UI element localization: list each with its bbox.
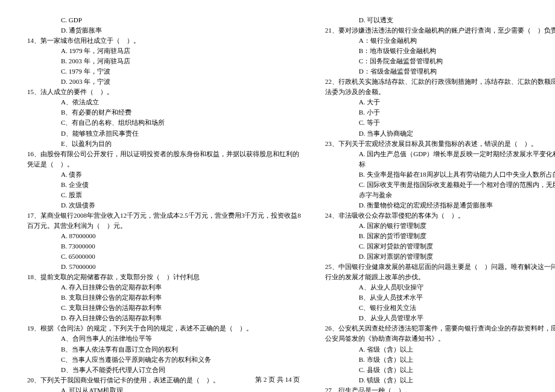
question-25: 25、中国银行业健康发展的基础层面的问题主要是（ ）问题。唯有解决这一问题，我国… <box>325 262 555 272</box>
option-text: B、当事人依法享有自愿订立合同的权利 <box>61 344 301 355</box>
option-text: A. 省级（含）以上 <box>359 344 555 355</box>
question-24: 24、非法吸收公众存款罪侵犯的客体为（ ）。 <box>325 210 555 221</box>
page-footer: 第 2 页 共 14 页 <box>0 375 555 385</box>
option-text: C. 等于 <box>359 118 555 128</box>
option-text: C. 股票 <box>61 190 301 200</box>
question-21: 21、要对涉嫌违法违法的银行业金融机构的账户进行查询，至少需要（ ）负责人的批准… <box>325 25 555 36</box>
option-text: A：银行业金融机构 <box>359 36 555 46</box>
question-22-cont: 法委为涉及的金额。 <box>325 87 555 97</box>
option-text: D. 当事人协商确定 <box>359 128 555 139</box>
option-text: C. 65000000 <box>61 251 301 262</box>
option-text: A. 国家的银行管理制度 <box>359 221 555 231</box>
option-text: B. 73000000 <box>61 241 301 251</box>
option-text: D. 2003 年，宁波 <box>61 77 301 87</box>
option-text: C. 县级（含）以上 <box>359 365 555 375</box>
option-text: D：省级金融监督管理机构 <box>359 66 555 77</box>
option-text: C：国务院金融监督管理机构 <box>359 56 555 66</box>
option-text: B、从业人员技术水平 <box>359 292 555 303</box>
option-text: A. 存入日挂牌公告的定期存款利率 <box>61 282 301 292</box>
option-text: B. 小于 <box>359 107 555 118</box>
option-text: C、当事人应当遵循公平原则确定各方的权利和义务 <box>61 355 301 365</box>
question-23: 23、下列关于宏观经济发展目标及其衡量指标的表述，错误的是（ ）。 <box>325 139 555 149</box>
question-26-cont: 公安局签发的《协助查询存款通知书》。 <box>325 334 555 344</box>
option-text: D. 存入日挂牌公告的活期存款利率 <box>61 313 301 323</box>
option-text: C. 1979 年，宁波 <box>61 66 301 77</box>
option-text: B. 支取日挂牌公告的定期存款利率 <box>61 292 301 303</box>
question-14: 14、第一家城市信用社成立于（ ）。 <box>27 36 301 46</box>
option-text: B：地市级银行业金融机构 <box>359 46 555 56</box>
option-text: E、以盈利为目的 <box>61 139 301 149</box>
option-text: A、依法成立 <box>61 97 301 107</box>
question-19: 19、根据《合同法》的规定，下列关于合同的规定，表述不正确的是（ ）。 <box>27 323 301 334</box>
question-25-cont: 行业的发展才能跟上改革的步伐。 <box>325 272 555 282</box>
right-column: D. 可以透支 21、要对涉嫌违法违法的银行业金融机构的账户进行查询，至少需要（… <box>325 15 555 392</box>
option-text: A、从业人员职业操守 <box>359 282 555 292</box>
option-text: B. 国家的货币管理制度 <box>359 231 555 241</box>
question-27: 27、衍生产品是一种（ ）。 <box>325 385 555 392</box>
option-text: C. 国际收支平衡是指国际收支差额处于一个相对合理的范围内，无巨额国际收支赤字与… <box>359 180 555 200</box>
option-text: D. 57000000 <box>61 262 301 272</box>
option-text: C. GDP <box>61 15 301 25</box>
option-text: B. 市级（含）以上 <box>359 355 555 365</box>
option-text: A. 国内生产总值（GDP）增长率是反映一定时期经济发展水平变化程度的动态指标 <box>359 149 555 169</box>
option-text: D. 通货膨胀率 <box>61 25 301 36</box>
option-text: A、合同当事人的法律地位平等 <box>61 334 301 344</box>
option-text: D. 国家对票据的管理制度 <box>359 251 555 262</box>
question-18: 18、提前支取的定期储蓄存款，支取部分按（ ）计付利息 <box>27 272 301 282</box>
option-text: D、从业人员管理水平 <box>359 313 555 323</box>
question-15: 15、法人成立的要件（ ）。 <box>27 87 301 97</box>
option-text: B、有必要的财产和经费 <box>61 107 301 118</box>
option-text: A. 87000000 <box>61 231 301 241</box>
option-text: C. 支取日挂牌公告的活期存款利率 <box>61 303 301 313</box>
option-text: A. 债券 <box>61 169 301 180</box>
option-text: B. 企业债 <box>61 180 301 190</box>
option-text: A. 1979 年，河南驻马店 <box>61 46 301 56</box>
option-text: C. 国家对贷款的管理制度 <box>359 241 555 251</box>
option-text: C、有自己的名称、组织结构和场所 <box>61 118 301 128</box>
option-text: D. 可以透支 <box>359 15 555 25</box>
option-text: A. 可以从ATM机取现 <box>61 385 301 392</box>
option-text: C、银行业相关立法 <box>359 303 555 313</box>
question-26: 26、公安机关因查处经济违法犯罪案件，需要向银行查询企业的存款资料时，应当出具（… <box>325 323 555 334</box>
option-text: A. 大于 <box>359 97 555 107</box>
option-text: D. 衡量物价稳定的宏观经济指标是通货膨胀率 <box>359 200 555 210</box>
question-16: 16、由股份有限公司公开发行，用以证明投资者的股东身份和权益，并据以获得股息和红… <box>27 149 301 159</box>
option-text: B. 失业率是指年龄在18周岁以上具有劳动能力人口中失业人数所占的百分比 <box>359 169 555 180</box>
question-16-cont: 凭证是（ ）。 <box>27 159 301 169</box>
question-17: 17、某商业银行2008年营业收入12千万元，营业成本2.5千万元，营业费用3千… <box>27 210 301 221</box>
question-22: 22、行政机关实施冻结存款、汇款的行政强制措施时，冻结存款、汇款的数额应当（ ）… <box>325 77 555 87</box>
option-text: D、能够独立承担民事责任 <box>61 128 301 139</box>
option-text: D. 次级债券 <box>61 200 301 210</box>
left-column: C. GDP D. 通货膨胀率 14、第一家城市信用社成立于（ ）。 A. 19… <box>27 15 301 392</box>
option-text: B. 2003 年，河南驻马店 <box>61 56 301 66</box>
question-17-cont: 百万元。其营业利润为（ ）元。 <box>27 221 301 231</box>
option-text: D、当事人不能委托代理人订立合同 <box>61 365 301 375</box>
